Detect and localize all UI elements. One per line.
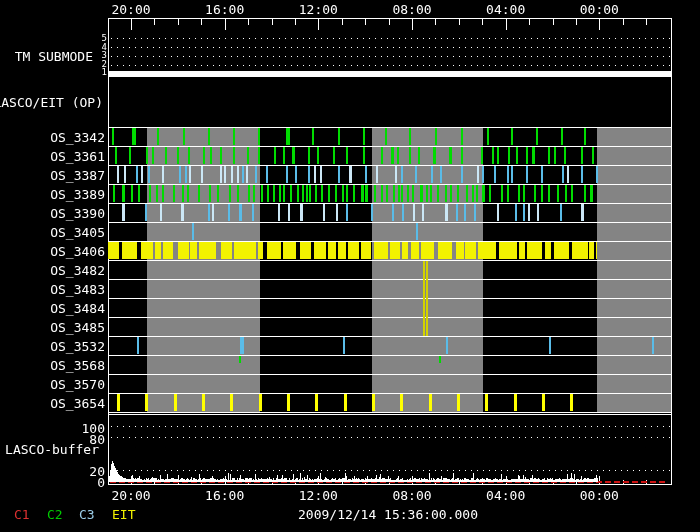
bottom-axis-label-16:00: 16:00 bbox=[205, 488, 244, 503]
strip-chart-canvas bbox=[0, 0, 700, 532]
row-label-OS_3568: OS_3568 bbox=[25, 358, 105, 373]
row-label-OS_3483: OS_3483 bbox=[25, 282, 105, 297]
row-label-OS_3570: OS_3570 bbox=[25, 377, 105, 392]
row-label-OS_3405: OS_3405 bbox=[25, 225, 105, 240]
buffer-ytick-0: 0 bbox=[65, 475, 105, 490]
row-label-OS_3484: OS_3484 bbox=[25, 301, 105, 316]
top-axis-label-20:00: 20:00 bbox=[111, 2, 150, 17]
top-axis-label-12:00: 12:00 bbox=[299, 2, 338, 17]
legend-item-C3: C3 bbox=[79, 507, 95, 522]
legend-item-EIT: EIT bbox=[112, 507, 135, 522]
top-axis-label-00:00: 00:00 bbox=[580, 2, 619, 17]
row-label-OS_3485: OS_3485 bbox=[25, 320, 105, 335]
row-label-OS_3342: OS_3342 bbox=[25, 130, 105, 145]
row-label-OS_3532: OS_3532 bbox=[25, 339, 105, 354]
tm-ytick-1: 1 bbox=[93, 67, 107, 77]
legend-item-C1: C1 bbox=[14, 507, 30, 522]
top-axis-label-08:00: 08:00 bbox=[392, 2, 431, 17]
bottom-axis-label-12:00: 12:00 bbox=[299, 488, 338, 503]
row-label-OS_3654: OS_3654 bbox=[25, 396, 105, 411]
reference-timestamp: 2009/12/14 15:36:00.000 bbox=[298, 507, 478, 522]
bottom-axis-label-04:00: 04:00 bbox=[486, 488, 525, 503]
row-label-OS_3406: OS_3406 bbox=[25, 244, 105, 259]
bottom-axis-label-00:00: 00:00 bbox=[580, 488, 619, 503]
top-axis-label-04:00: 04:00 bbox=[486, 2, 525, 17]
row-label-OS_3361: OS_3361 bbox=[25, 149, 105, 164]
legend-item-C2: C2 bbox=[47, 507, 63, 522]
tm-submode-panel-label: TM SUBMODE bbox=[0, 49, 93, 64]
bottom-axis-label-08:00: 08:00 bbox=[392, 488, 431, 503]
top-axis-label-16:00: 16:00 bbox=[205, 2, 244, 17]
telemetry-monitor-screen: TM SUBMODE LASCO/EIT (OP) LASCO-buffer 2… bbox=[0, 0, 700, 532]
row-label-OS_3482: OS_3482 bbox=[25, 263, 105, 278]
lasco-eit-panel-label: LASCO/EIT (OP) bbox=[0, 95, 103, 110]
buffer-ytick-80: 80 bbox=[65, 432, 105, 447]
row-label-OS_3390: OS_3390 bbox=[25, 206, 105, 221]
bottom-axis-label-20:00: 20:00 bbox=[111, 488, 150, 503]
row-label-OS_3389: OS_3389 bbox=[25, 187, 105, 202]
row-label-OS_3387: OS_3387 bbox=[25, 168, 105, 183]
